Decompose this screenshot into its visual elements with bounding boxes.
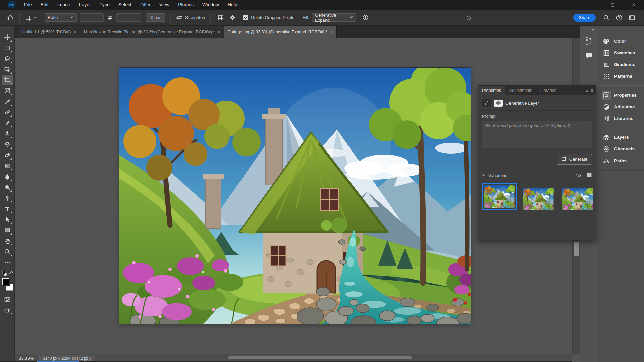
variation-thumbnail-3[interactable]: [560, 186, 595, 213]
spot-healing-brush-tool[interactable]: [2, 107, 13, 118]
collapse-panel-icon[interactable]: »: [586, 88, 588, 93]
dock-item-swatches[interactable]: Swatches: [598, 47, 644, 59]
swap-colors-icon[interactable]: [9, 270, 14, 277]
search-icon[interactable]: [603, 14, 610, 21]
pen-tool[interactable]: [2, 193, 13, 203]
status-chevron-right-icon[interactable]: ›: [100, 356, 101, 361]
reset-icon[interactable]: [465, 14, 472, 21]
frame-tool[interactable]: [2, 85, 13, 96]
menu-window[interactable]: Window: [198, 0, 223, 10]
quick-mask-icon[interactable]: [2, 294, 13, 305]
version-history-icon[interactable]: [585, 37, 593, 47]
hand-tool[interactable]: [2, 236, 13, 246]
eyedropper-tool[interactable]: [2, 96, 13, 107]
layer-thumbnail[interactable]: [494, 100, 503, 107]
collapse-panels-icon[interactable]: «: [592, 27, 594, 32]
move-tool[interactable]: [2, 32, 13, 43]
ratio-select[interactable]: Ratio: [45, 13, 77, 22]
menu-layer[interactable]: Layer: [75, 0, 95, 10]
screen-mode-icon[interactable]: [2, 305, 13, 315]
eraser-tool[interactable]: [2, 150, 13, 161]
chevron-down-icon[interactable]: [482, 173, 486, 178]
status-chevron-left-icon[interactable]: ‹: [106, 356, 108, 361]
object-selection-tool[interactable]: [2, 64, 13, 75]
crop-tool-preset-icon[interactable]: [24, 14, 37, 21]
horizontal-scrollbar-thumb[interactable]: [228, 356, 412, 359]
dock-item-color[interactable]: Color: [598, 35, 644, 47]
tab-untitled-1[interactable]: Untitled-1 @ 50% (RGB/8) ×: [18, 26, 80, 38]
grid-view-icon[interactable]: [586, 172, 592, 179]
tab-cottage[interactable]: Cottage.jpg @ 33.3% (Generative Expand, …: [224, 26, 337, 38]
tab-close-icon[interactable]: ×: [74, 29, 76, 34]
workspace-icon[interactable]: [629, 14, 635, 21]
dock-item-channels[interactable]: Channels: [598, 143, 644, 155]
generate-button[interactable]: Generate: [557, 154, 592, 165]
more-tools-icon[interactable]: [2, 257, 13, 268]
rectangular-marquee-tool[interactable]: [2, 43, 13, 53]
zoom-level-field[interactable]: 33.33%: [19, 356, 34, 361]
crop-width-input[interactable]: [80, 13, 104, 22]
dock-item-properties[interactable]: Properties: [598, 89, 644, 101]
prompt-input[interactable]: [482, 121, 592, 148]
crop-settings-gear-icon[interactable]: [229, 14, 236, 21]
delete-cropped-pixels-checkbox[interactable]: [243, 15, 248, 20]
foreground-color-swatch[interactable]: [2, 278, 9, 285]
default-colors-icon[interactable]: [2, 270, 7, 278]
tab-libraries[interactable]: Libraries: [536, 86, 560, 95]
menu-file[interactable]: File: [20, 0, 36, 10]
path-selection-tool[interactable]: [2, 214, 13, 225]
dock-item-patterns[interactable]: Patterns: [598, 70, 644, 82]
document-info[interactable]: 3140 px x 2294 px (72 ppi): [38, 355, 95, 361]
menu-image[interactable]: Image: [53, 0, 75, 10]
history-brush-tool[interactable]: [2, 139, 13, 150]
tab-properties[interactable]: Properties: [478, 86, 505, 95]
clone-stamp-tool[interactable]: [2, 128, 13, 139]
gradient-tool[interactable]: [2, 161, 13, 171]
menu-edit[interactable]: Edit: [36, 0, 53, 10]
panel-menu-icon[interactable]: ≡: [591, 88, 593, 93]
rectangle-tool[interactable]: [2, 225, 13, 236]
variation-thumbnail-1[interactable]: [482, 183, 517, 210]
crop-height-input[interactable]: [116, 13, 141, 22]
fill-select[interactable]: Generative Expand: [312, 13, 356, 22]
share-button[interactable]: Share: [573, 14, 596, 22]
dock-item-paths[interactable]: Paths: [598, 155, 644, 167]
home-icon[interactable]: [7, 14, 14, 21]
info-icon[interactable]: [362, 14, 369, 21]
scroll-down-icon[interactable]: ⌄: [574, 347, 577, 351]
blur-tool[interactable]: [2, 171, 13, 182]
generative-sparkle-icon[interactable]: [482, 99, 491, 107]
comment-icon[interactable]: [585, 51, 593, 61]
menu-plugins[interactable]: Plugins: [174, 0, 198, 10]
delete-cropped-pixels-label[interactable]: Delete Cropped Pixels: [251, 15, 294, 20]
dodge-tool[interactable]: [2, 182, 13, 193]
straighten-icon[interactable]: [175, 14, 183, 21]
photoshop-logo[interactable]: Ps: [8, 1, 15, 8]
swap-dimensions-icon[interactable]: [107, 15, 113, 21]
dock-item-adjustments[interactable]: Adjustme...: [598, 101, 644, 113]
brush-tool[interactable]: [2, 118, 13, 128]
clear-button[interactable]: Clear: [146, 13, 165, 22]
overlay-grid-icon[interactable]: [217, 14, 224, 21]
tab-close-icon[interactable]: ×: [330, 29, 333, 34]
variation-thumbnail-2[interactable]: [521, 186, 556, 213]
tab-adjustments[interactable]: Adjustments: [505, 86, 536, 95]
zoom-tool[interactable]: [2, 246, 13, 257]
lasso-tool[interactable]: [2, 53, 13, 64]
dock-item-libraries[interactable]: Libraries: [598, 113, 644, 124]
menu-view[interactable]: View: [155, 0, 174, 10]
vertical-scrollbar-thumb[interactable]: [574, 242, 579, 256]
minimize-icon[interactable]: –: [582, 0, 602, 10]
dock-item-layers[interactable]: Layers: [598, 131, 644, 143]
tab-man-next-to-recycle-bin[interactable]: Man Next to Recycle Bin.jpg @ 33.3% (Gen…: [80, 26, 224, 38]
menu-type[interactable]: Type: [95, 0, 114, 10]
toolbar-overflow-icon[interactable]: »: [0, 26, 14, 32]
crop-tool[interactable]: [2, 75, 13, 85]
close-icon[interactable]: ✕: [623, 0, 644, 10]
menu-help[interactable]: Help: [223, 0, 242, 10]
help-icon[interactable]: [616, 14, 623, 21]
maximize-icon[interactable]: ▢: [602, 0, 623, 10]
document-image[interactable]: [119, 68, 471, 324]
type-tool[interactable]: [2, 203, 13, 214]
menu-select[interactable]: Select: [114, 0, 136, 10]
